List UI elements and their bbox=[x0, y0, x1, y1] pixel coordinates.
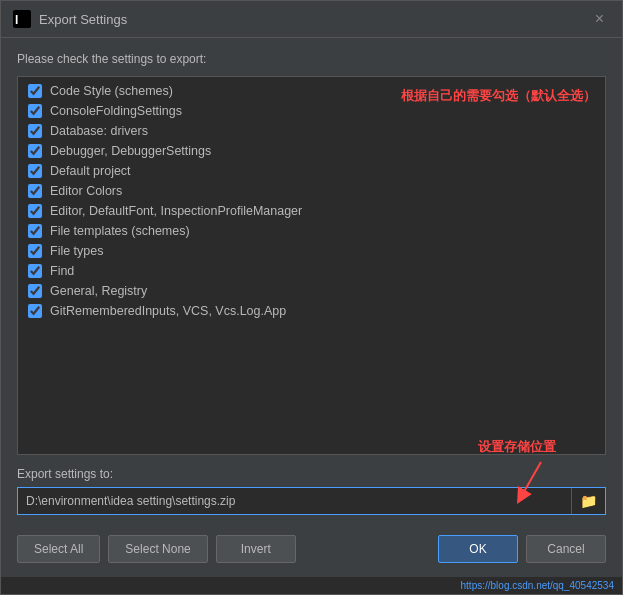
export-path-row: 📁 bbox=[17, 487, 606, 515]
checkbox-item-0[interactable]: Code Style (schemes) bbox=[18, 81, 605, 101]
checkbox-item-3[interactable]: Debugger, DebuggerSettings bbox=[18, 141, 605, 161]
svg-text:I: I bbox=[15, 13, 18, 27]
checkbox-label-10: General, Registry bbox=[50, 284, 147, 298]
checkbox-item-7[interactable]: File templates (schemes) bbox=[18, 221, 605, 241]
checkbox-label-7: File templates (schemes) bbox=[50, 224, 190, 238]
checkbox-3[interactable] bbox=[28, 144, 42, 158]
checkbox-label-2: Database: drivers bbox=[50, 124, 148, 138]
checkbox-item-9[interactable]: Find bbox=[18, 261, 605, 281]
button-row: Select All Select None Invert OK Cancel bbox=[17, 527, 606, 567]
checkbox-2[interactable] bbox=[28, 124, 42, 138]
close-button[interactable]: × bbox=[589, 9, 610, 29]
export-section: 设置存储位置 Export settings to: 📁 bbox=[17, 467, 606, 515]
export-label: Export settings to: bbox=[17, 467, 606, 481]
app-icon: I bbox=[13, 10, 31, 28]
checkbox-item-1[interactable]: ConsoleFoldingSettings bbox=[18, 101, 605, 121]
cancel-button[interactable]: Cancel bbox=[526, 535, 606, 563]
prompt-text: Please check the settings to export: bbox=[17, 52, 606, 66]
checkbox-11[interactable] bbox=[28, 304, 42, 318]
export-path-input[interactable] bbox=[18, 488, 571, 514]
checkbox-label-3: Debugger, DebuggerSettings bbox=[50, 144, 211, 158]
url-bar: https://blog.csdn.net/qq_40542534 bbox=[1, 577, 622, 594]
checkbox-label-11: GitRememberedInputs, VCS, Vcs.Log.App bbox=[50, 304, 286, 318]
checkbox-list[interactable]: Code Style (schemes)ConsoleFoldingSettin… bbox=[17, 76, 606, 455]
checkbox-label-8: File types bbox=[50, 244, 104, 258]
checkbox-0[interactable] bbox=[28, 84, 42, 98]
checkbox-item-6[interactable]: Editor, DefaultFont, InspectionProfileMa… bbox=[18, 201, 605, 221]
checkbox-item-2[interactable]: Database: drivers bbox=[18, 121, 605, 141]
list-wrapper: 根据自己的需要勾选（默认全选） Code Style (schemes)Cons… bbox=[17, 76, 606, 467]
title-bar: I Export Settings × bbox=[1, 1, 622, 38]
ok-button[interactable]: OK bbox=[438, 535, 518, 563]
checkbox-item-8[interactable]: File types bbox=[18, 241, 605, 261]
dialog-title: Export Settings bbox=[39, 12, 127, 27]
checkbox-4[interactable] bbox=[28, 164, 42, 178]
folder-icon: 📁 bbox=[580, 493, 597, 509]
invert-button[interactable]: Invert bbox=[216, 535, 296, 563]
checkbox-item-10[interactable]: General, Registry bbox=[18, 281, 605, 301]
browse-folder-button[interactable]: 📁 bbox=[571, 488, 605, 514]
checkbox-item-11[interactable]: GitRememberedInputs, VCS, Vcs.Log.App bbox=[18, 301, 605, 321]
checkbox-1[interactable] bbox=[28, 104, 42, 118]
checkbox-8[interactable] bbox=[28, 244, 42, 258]
checkbox-label-4: Default project bbox=[50, 164, 131, 178]
checkbox-label-5: Editor Colors bbox=[50, 184, 122, 198]
export-settings-dialog: I Export Settings × Please check the set… bbox=[0, 0, 623, 595]
checkbox-10[interactable] bbox=[28, 284, 42, 298]
checkbox-5[interactable] bbox=[28, 184, 42, 198]
checkbox-label-6: Editor, DefaultFont, InspectionProfileMa… bbox=[50, 204, 302, 218]
checkbox-item-4[interactable]: Default project bbox=[18, 161, 605, 181]
select-all-button[interactable]: Select All bbox=[17, 535, 100, 563]
checkbox-label-9: Find bbox=[50, 264, 74, 278]
title-bar-left: I Export Settings bbox=[13, 10, 127, 28]
checkbox-label-1: ConsoleFoldingSettings bbox=[50, 104, 182, 118]
checkbox-6[interactable] bbox=[28, 204, 42, 218]
checkbox-item-5[interactable]: Editor Colors bbox=[18, 181, 605, 201]
checkbox-7[interactable] bbox=[28, 224, 42, 238]
checkbox-label-0: Code Style (schemes) bbox=[50, 84, 173, 98]
dialog-body: Please check the settings to export: 根据自… bbox=[1, 38, 622, 577]
checkbox-9[interactable] bbox=[28, 264, 42, 278]
select-none-button[interactable]: Select None bbox=[108, 535, 207, 563]
